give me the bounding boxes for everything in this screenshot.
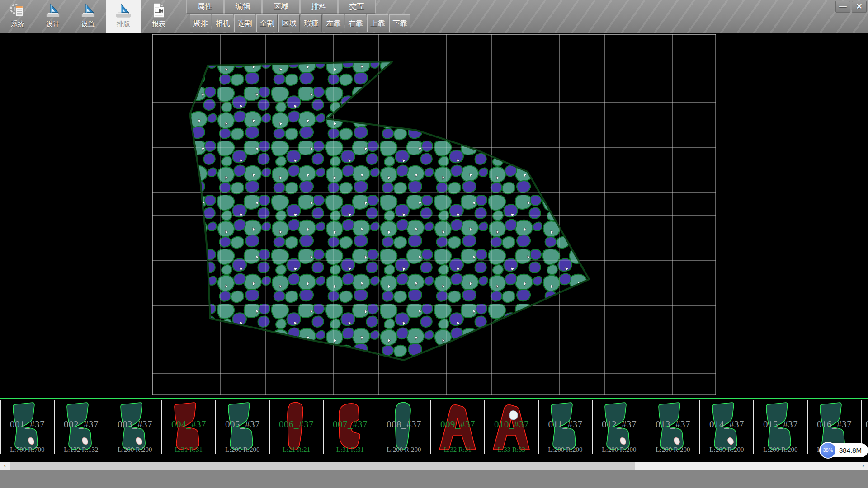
scrollbar-thumb[interactable] — [10, 462, 635, 470]
piece-count-label: L:31 R:31 — [162, 446, 215, 454]
piece-count-label: L:200 R:200 — [216, 446, 269, 454]
piece-name-label: 011_#37 — [539, 419, 592, 430]
module-tab-label: 排版 — [106, 19, 141, 28]
piece-name-label: 015_#37 — [754, 419, 807, 430]
piece-count-label: L:32 R:31 — [431, 446, 484, 454]
window-controls: — ✕ — [835, 1, 867, 13]
piece-name-label: 002_#37 — [55, 419, 108, 430]
tool-button-2[interactable]: 相机 — [212, 14, 233, 32]
horizontal-scrollbar[interactable]: ‹ › — [0, 462, 868, 470]
menu-item-4[interactable]: 排料 — [300, 0, 338, 14]
thumbnail-cell-6[interactable]: 006_#37L:21 R:21 — [269, 400, 323, 454]
scroll-right-arrow-icon[interactable]: › — [858, 462, 868, 470]
design-icon — [35, 1, 71, 19]
piece-name-label: 014_#37 — [700, 419, 753, 430]
thumbnail-cell-1[interactable]: 001_#37L:700 R:700 — [0, 400, 54, 454]
piece-name-label: 006_#37 — [270, 419, 323, 430]
tool-button-7[interactable]: 左靠 — [323, 14, 344, 32]
thumbnail-cell-2[interactable]: 002_#37L:132 R:132 — [54, 400, 108, 454]
progress-percent-badge: 38% — [820, 442, 836, 459]
module-tab-4[interactable]: 排版 — [106, 0, 141, 33]
thumbnail-cell-9[interactable]: 009_#37L:32 R:31 — [430, 400, 484, 454]
thumbnail-cell-4[interactable]: 004_#37L:31 R:31 — [161, 400, 215, 454]
piece-name-label: 013_#37 — [646, 419, 699, 430]
module-tab-1[interactable]: 系统 — [0, 0, 35, 33]
module-tab-label: 报表 — [141, 19, 176, 28]
piece-count-label: L:200 R:200 — [593, 446, 646, 454]
piece-name-label: 0 — [862, 419, 868, 430]
piece-count-label: L:21 R:21 — [270, 446, 323, 454]
nesting-app-window: 系统设计设置排版报表 属性编辑区域排料交互 聚排相机选割全割区域瑕疵左靠右靠上靠… — [0, 0, 868, 488]
piece-count-label: L:200 R:200 — [700, 446, 753, 454]
tool-button-8[interactable]: 右靠 — [345, 14, 366, 32]
thumbnail-cell-7[interactable]: 007_#37L:31 R:31 — [323, 400, 377, 454]
module-tab-2[interactable]: 设计 — [35, 0, 71, 33]
module-tab-label: 设置 — [71, 19, 106, 28]
hide-layout-svg — [0, 33, 868, 398]
tool-button-6[interactable]: 瑕疵 — [301, 14, 322, 32]
menu-item-3[interactable]: 区域 — [262, 0, 300, 14]
module-tab-label: 设计 — [35, 19, 71, 28]
thumbnail-cell-13[interactable]: 013_#37L:200 R:200 — [646, 400, 699, 454]
piece-count-label: L:200 R:200 — [646, 446, 699, 454]
strip-separator-line — [0, 398, 868, 399]
menu-item-5[interactable]: 交互 — [338, 0, 376, 14]
settings-icon — [71, 1, 106, 19]
top-toolbar: 系统设计设置排版报表 属性编辑区域排料交互 聚排相机选割全割区域瑕疵左靠右靠上靠… — [0, 0, 868, 33]
thumbnail-cell-14[interactable]: 014_#37L:200 R:200 — [699, 400, 753, 454]
menu-item-1[interactable]: 属性 — [186, 0, 224, 14]
piece-name-label: 001_#37 — [1, 419, 54, 430]
tool-button-4[interactable]: 全割 — [256, 14, 278, 32]
thumbnail-cell-12[interactable]: 012_#37L:200 R:200 — [592, 400, 646, 454]
piece-thumbnail-strip: 001_#37L:700 R:700002_#37L:132 R:132003_… — [0, 396, 868, 462]
menu-item-2[interactable]: 编辑 — [224, 0, 262, 14]
bottom-status-bar — [0, 470, 868, 488]
thumbnail-cell-3[interactable]: 003_#37L:200 R:200 — [108, 400, 161, 454]
memory-usage-label: 384.8M — [839, 443, 862, 457]
module-tab-5[interactable]: 报表 — [141, 0, 176, 33]
thumbnail-cell-5[interactable]: 005_#37L:200 R:200 — [215, 400, 269, 454]
scroll-left-arrow-icon[interactable]: ‹ — [0, 462, 10, 470]
piece-count-label: L:200 R:200 — [539, 446, 592, 454]
thumbnail-cell-10[interactable]: 010_#37L:33 R:33 — [484, 400, 538, 454]
piece-name-label: 016_#37 — [808, 419, 861, 430]
piece-name-label: 010_#37 — [485, 419, 538, 430]
tool-bar: 聚排相机选割全割区域瑕疵左靠右靠上靠下靠 — [190, 14, 411, 32]
status-badge: 38% 384.8M — [819, 443, 868, 457]
system-icon — [0, 1, 35, 19]
close-button[interactable]: ✕ — [852, 1, 867, 13]
tool-button-1[interactable]: 聚排 — [190, 14, 211, 32]
piece-count-label: L:132 R:132 — [55, 446, 108, 454]
tool-button-9[interactable]: 上靠 — [367, 14, 388, 32]
piece-count-label: L:200 R:200 — [754, 446, 807, 454]
piece-name-label: 008_#37 — [377, 419, 430, 430]
menu-bar: 属性编辑区域排料交互 — [186, 0, 376, 14]
piece-count-label: L:200 R:200 — [108, 446, 161, 454]
report-icon — [141, 1, 176, 19]
piece-name-label: 004_#37 — [162, 419, 215, 430]
piece-count-label: L:33 R:33 — [485, 446, 538, 454]
piece-name-label: 009_#37 — [431, 419, 484, 430]
thumbnail-cell-8[interactable]: 008_#37L:200 R:200 — [377, 400, 430, 454]
piece-name-label: 007_#37 — [324, 419, 377, 430]
minimize-button[interactable]: — — [835, 1, 850, 13]
thumbnail-cell-15[interactable]: 015_#37L:200 R:200 — [753, 400, 807, 454]
nesting-canvas[interactable] — [0, 33, 868, 398]
module-tab-3[interactable]: 设置 — [71, 0, 106, 33]
module-tab-bar: 系统设计设置排版报表 — [0, 0, 176, 33]
thumbnail-cell-11[interactable]: 011_#37L:200 R:200 — [538, 400, 592, 454]
piece-count-label: L:31 R:31 — [324, 446, 377, 454]
piece-count-label: L:200 R:200 — [377, 446, 430, 454]
module-tab-label: 系统 — [0, 19, 35, 28]
tool-button-10[interactable]: 下靠 — [389, 14, 410, 32]
tool-button-3[interactable]: 选割 — [234, 14, 255, 32]
piece-name-label: 005_#37 — [216, 419, 269, 430]
piece-name-label: 003_#37 — [108, 419, 161, 430]
piece-count-label: L:700 R:700 — [1, 446, 54, 454]
tool-button-5[interactable]: 区域 — [278, 14, 300, 32]
thumbnail-cells: 001_#37L:700 R:700002_#37L:132 R:132003_… — [0, 400, 868, 454]
nesting-icon — [106, 1, 141, 19]
piece-name-label: 012_#37 — [593, 419, 646, 430]
